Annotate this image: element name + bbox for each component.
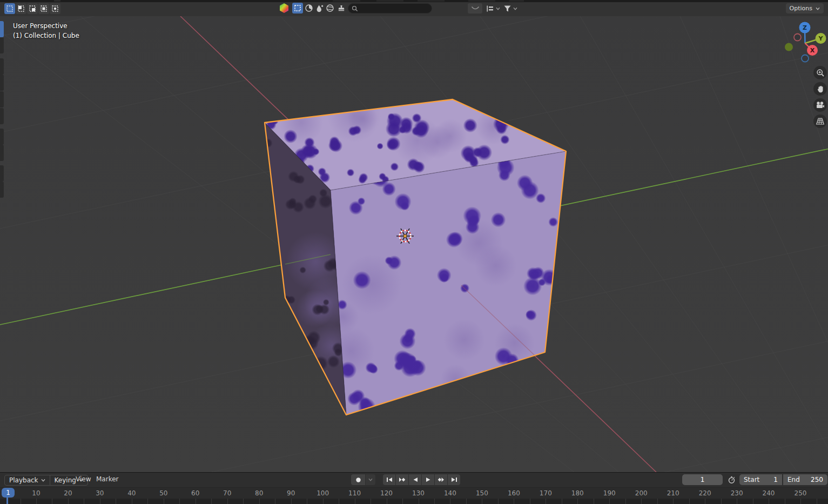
select-mode-subtract-button[interactable]: [27, 3, 38, 14]
ruler-tick: [800, 499, 801, 504]
frame-ruler[interactable]: 1020304050607080901001101201301401501601…: [0, 487, 828, 499]
ruler-tick: [291, 499, 292, 504]
auto-key-group: [351, 474, 375, 485]
display-mode-dropdown[interactable]: [484, 3, 502, 14]
start-value: 1: [773, 476, 778, 483]
prev-keyframe-button[interactable]: [396, 474, 408, 485]
ruler-tick: [466, 499, 467, 504]
select-mode-extend-button[interactable]: [16, 3, 26, 14]
ruler-tick: [227, 499, 228, 504]
topbar-sliver-mark: [468, 0, 495, 2]
ruler-tick: [243, 499, 244, 504]
tool-rail-button[interactable]: [0, 182, 4, 198]
hand-icon: [816, 85, 825, 93]
tool-rail-button[interactable]: [0, 145, 4, 161]
scene-canvas[interactable]: [0, 16, 828, 472]
ruler-frame-label: 240: [763, 489, 775, 497]
auto-key-dropdown[interactable]: [366, 474, 375, 485]
ruler-frame-label: 210: [667, 489, 679, 497]
ruler-tick: [116, 499, 116, 504]
collapsed-panel-button[interactable]: [468, 3, 482, 14]
ruler-tick: [323, 499, 324, 504]
zoom-view-button[interactable]: [813, 66, 827, 79]
rainbow-ball-icon: [279, 3, 290, 14]
tool-rail-button[interactable]: [0, 108, 4, 124]
playback-menu[interactable]: Playback: [5, 475, 50, 485]
tool-rail-button[interactable]: [0, 21, 4, 37]
ruler-frame-label: 100: [317, 489, 329, 497]
ruler-tick: [259, 499, 260, 504]
tool-rail-button[interactable]: [0, 75, 4, 91]
tool-rail-button[interactable]: [0, 165, 4, 182]
ruler-tick: [514, 499, 514, 504]
camera-view-button[interactable]: [813, 98, 827, 112]
search-icon: [352, 5, 358, 12]
record-auto-key-button[interactable]: [351, 474, 365, 485]
ruler-tick: [355, 499, 355, 504]
frame-start-field[interactable]: Start 1: [739, 474, 782, 485]
current-frame-field[interactable]: 1: [682, 474, 723, 485]
ruler-frame-label: 60: [191, 489, 199, 497]
use-preview-range-button[interactable]: [725, 474, 738, 485]
next-keyframe-button[interactable]: [435, 474, 447, 485]
ruler-frame-label: 20: [64, 489, 72, 497]
jump-to-end-button[interactable]: [448, 474, 460, 485]
pie-circle-icon[interactable]: [304, 3, 314, 14]
viewport-3d[interactable]: User Perspective (1) Collection | Cube Z…: [0, 16, 828, 472]
sphere-swirl-icon[interactable]: [325, 3, 335, 14]
playhead-line[interactable]: [6, 497, 8, 504]
cube-object[interactable]: [263, 89, 566, 416]
ruler-tick: [339, 499, 339, 504]
ruler-frame-label: 70: [223, 489, 231, 497]
jump-to-start-button[interactable]: [383, 474, 395, 485]
ruler-tick: [402, 499, 403, 504]
start-label: Start: [744, 476, 759, 483]
tool-rail-button[interactable]: [0, 91, 4, 107]
play-reverse-button[interactable]: [409, 474, 421, 485]
ruler-tick: [211, 499, 212, 504]
tool-rail-button[interactable]: [0, 37, 4, 53]
ruler-frame-label: 30: [96, 489, 104, 497]
ruler-frame-label: 250: [795, 489, 807, 497]
magnifier-plus-icon: [816, 69, 825, 77]
playhead-badge[interactable]: 1: [2, 488, 15, 498]
tool-rail-button[interactable]: [0, 129, 4, 145]
ruler-tick: [147, 499, 148, 504]
frame-end-field[interactable]: End 250: [783, 474, 827, 485]
play-button[interactable]: [422, 474, 434, 485]
frame-tick-band[interactable]: [0, 499, 828, 504]
ink-droplet-icon[interactable]: [314, 3, 325, 14]
stopwatch-icon: [728, 476, 736, 484]
tool-rail-button[interactable]: [0, 58, 4, 75]
ruler-tick: [689, 499, 690, 504]
search-input[interactable]: [358, 5, 425, 12]
ruler-tick: [657, 499, 658, 504]
ruler-tick: [753, 499, 753, 504]
view-menu[interactable]: View: [76, 475, 91, 483]
options-label: Options: [790, 5, 812, 12]
ruler-frame-label: 130: [412, 489, 425, 497]
select-mode-group: [4, 3, 60, 14]
ruler-frame-label: 150: [476, 489, 488, 497]
options-button[interactable]: Options: [786, 3, 824, 14]
marker-menu[interactable]: Marker: [96, 475, 118, 483]
filter-dropdown[interactable]: [501, 3, 520, 14]
ruler-tick: [625, 499, 626, 504]
select-mode-set-button[interactable]: [4, 3, 15, 14]
chevron-down-icon: [496, 7, 500, 10]
ruler-tick: [132, 499, 132, 504]
search-field[interactable]: [348, 3, 432, 14]
toggle-projection-button[interactable]: [813, 115, 827, 128]
keying-menu-label: Keying: [55, 476, 76, 484]
ruler-frame-label: 50: [159, 489, 167, 497]
ruler-tick: [387, 499, 387, 504]
pan-view-button[interactable]: [813, 82, 827, 96]
ruler-frame-label: 110: [348, 489, 361, 497]
select-frame-button[interactable]: [292, 3, 303, 14]
select-mode-intersect-button[interactable]: [50, 3, 60, 14]
ruler-tick: [36, 499, 37, 504]
svg-text:X: X: [810, 47, 815, 54]
stamp-icon[interactable]: [336, 3, 347, 14]
ruler-frame-label: 170: [540, 489, 552, 497]
select-mode-invert-button[interactable]: [38, 3, 49, 14]
